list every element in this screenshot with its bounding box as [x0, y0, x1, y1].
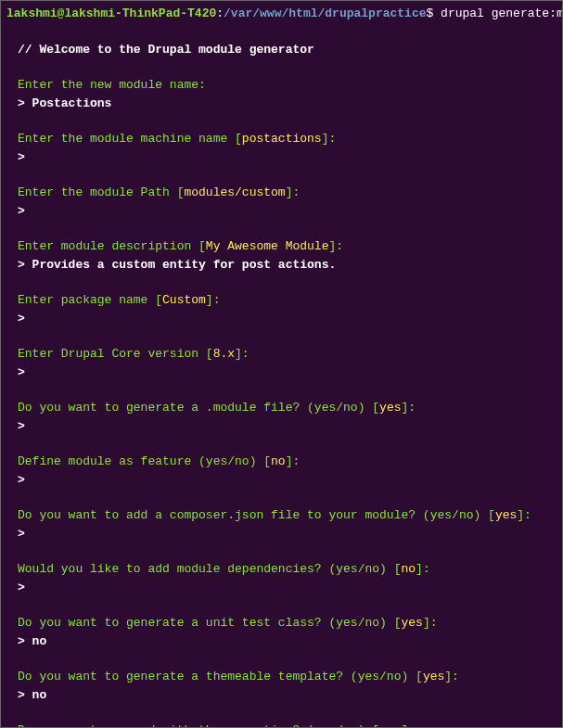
a-package-name: > [18, 310, 557, 328]
a-template: > no [18, 686, 557, 705]
a-composer: > [18, 525, 557, 543]
q-module-name: Enter the new module name: [18, 76, 557, 95]
q-package-name: Enter package name [Custom]: [18, 291, 557, 310]
q-module-file: Do you want to generate a .module file? … [18, 399, 557, 417]
q-description: Enter module description [My Awesome Mod… [18, 237, 557, 256]
q-module-path: Enter the module Path [modules/custom]: [18, 184, 557, 202]
q-proceed: Do you want proceed with the operation? … [18, 722, 557, 728]
terminal-output[interactable]: lakshmi@lakshmi-ThinkPad-T420:/var/www/h… [1, 1, 562, 728]
a-module-file: > [18, 417, 557, 436]
q-feature: Define module as feature (yes/no) [no]: [18, 453, 557, 471]
a-unit-test: > no [18, 632, 557, 651]
shell-prompt: lakshmi@lakshmi-ThinkPad-T420:/var/www/h… [6, 5, 557, 23]
a-module-name: > Postactions [18, 95, 557, 113]
q-core-version: Enter Drupal Core version [8.x]: [18, 345, 557, 364]
prompt-dollar: $ [427, 6, 441, 20]
user-host: lakshmi@lakshmi-ThinkPad-T420 [6, 6, 216, 20]
q-machine-name: Enter the module machine name [postactio… [18, 130, 557, 148]
q-dependencies: Would you like to add module dependencie… [18, 560, 557, 579]
a-feature: > [18, 471, 557, 490]
q-composer: Do you want to add a composer.json file … [18, 506, 557, 525]
cwd-path: /var/www/html/drupalpractice [224, 6, 426, 20]
a-description: > Provides a custom entity for post acti… [18, 256, 557, 275]
colon: : [216, 6, 224, 20]
q-unit-test: Do you want to generate a unit test clas… [18, 614, 557, 632]
command-text: drupal generate:module [441, 6, 563, 20]
q-template: Do you want to generate a themeable temp… [18, 668, 557, 686]
a-module-path: > [18, 202, 557, 221]
a-dependencies: > [18, 579, 557, 597]
welcome-text: // Welcome to the Drupal module generato… [18, 41, 557, 59]
a-core-version: > [18, 364, 557, 382]
a-machine-name: > [18, 148, 557, 167]
